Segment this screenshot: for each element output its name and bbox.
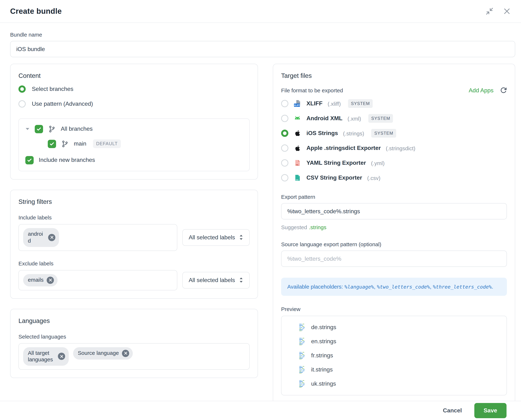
preview-file-row: de.strings <box>299 323 501 332</box>
preview-file-name: fr.strings <box>311 352 333 359</box>
use-pattern-option[interactable]: Use pattern (Advanced) <box>18 100 250 107</box>
remove-tag-icon[interactable] <box>122 350 129 357</box>
left-column: Content Select branches Use pattern (Adv… <box>10 64 258 401</box>
apple-icon <box>294 144 301 152</box>
format-name: XLIFF <box>307 100 323 107</box>
branch-tree: All branches <box>18 118 250 171</box>
add-apps-wrap: Add Apps <box>469 87 507 94</box>
main-branch-checkbox[interactable] <box>48 140 56 148</box>
format-option-android-xml[interactable]: Android XML (.xml) SYSTEM <box>281 113 507 123</box>
system-badge: SYSTEM <box>371 129 396 138</box>
format-option-xliff[interactable]: XLIFF XLIFF (.xliff) SYSTEM <box>281 98 507 109</box>
format-name: CSV String Exporter <box>307 174 362 181</box>
close-icon[interactable] <box>503 7 511 15</box>
strings-file-icon <box>299 338 306 345</box>
stringsdict-radio[interactable] <box>281 144 288 152</box>
exclude-labels-input[interactable]: emails <box>18 270 177 290</box>
save-button[interactable]: Save <box>474 403 506 418</box>
include-labels-row: android All selected labels <box>18 224 250 251</box>
main-branch-row: main DEFAULT <box>25 139 243 149</box>
use-pattern-label: Use pattern (Advanced) <box>32 101 93 107</box>
format-ext: (.yml) <box>371 160 385 166</box>
ios-strings-radio[interactable] <box>281 130 288 137</box>
all-branches-label: All branches <box>61 126 93 132</box>
remove-tag-icon[interactable] <box>48 234 55 241</box>
remove-tag-icon[interactable] <box>47 277 54 284</box>
suggested-strings-link[interactable]: .strings <box>309 224 326 230</box>
format-name: YAML String Exporter <box>307 160 366 166</box>
select-value: All selected labels <box>189 277 235 283</box>
target-files-heading: Target files <box>281 72 507 80</box>
dialog-header: Create bundle <box>0 0 521 23</box>
placeholders-prefix: Available placeholders: <box>287 284 345 290</box>
csv-radio[interactable] <box>281 174 288 181</box>
preview-file-row: en.strings <box>299 337 501 346</box>
create-bundle-dialog: Create bundle Bundle name <box>0 0 521 420</box>
format-option-stringsdict[interactable]: Apple .stringsdict Exporter (.stringsdic… <box>281 143 507 153</box>
include-new-branches-checkbox[interactable] <box>25 156 34 164</box>
chip-text: android <box>28 231 45 244</box>
remove-tag-icon[interactable] <box>58 353 65 360</box>
placeholder-two-letters: %two_letters_code% <box>377 284 430 290</box>
dialog-footer: Cancel Save <box>0 401 521 420</box>
select-branches-radio[interactable] <box>18 85 26 93</box>
exclude-labels-label: Exclude labels <box>18 260 250 266</box>
include-labels-input[interactable]: android <box>18 224 177 251</box>
exclude-labels-row: emails All selected labels <box>18 270 250 290</box>
collapse-icon[interactable] <box>485 7 493 15</box>
svg-text:YML: YML <box>296 164 299 166</box>
preview-file-name: uk.strings <box>311 381 336 387</box>
cancel-button[interactable]: Cancel <box>443 407 462 414</box>
use-pattern-radio[interactable] <box>18 100 26 107</box>
format-ext: (.xliff) <box>328 100 341 107</box>
placeholder-three-letters: %three_letters_code% <box>433 284 492 290</box>
apple-icon <box>294 129 301 137</box>
preview-file-row: it.strings <box>299 366 501 374</box>
preview-file-name: de.strings <box>311 324 336 331</box>
xliff-radio[interactable] <box>281 100 288 107</box>
export-pattern-label: Export pattern <box>281 194 507 200</box>
separator: , <box>430 284 433 290</box>
system-badge: SYSTEM <box>368 114 393 123</box>
include-labels-label: Include labels <box>18 214 250 220</box>
refresh-icon[interactable] <box>500 87 507 94</box>
format-name: iOS Strings <box>307 130 338 136</box>
suggested-label: Suggested <box>281 224 307 230</box>
default-badge: DEFAULT <box>93 139 121 148</box>
preview-file-name: en.strings <box>311 338 336 345</box>
dialog-body: Bundle name Content Select branches <box>0 23 521 401</box>
language-chip-all-target: All target languages <box>23 347 69 366</box>
git-branch-icon <box>61 140 69 148</box>
selected-languages-label: Selected languages <box>18 333 250 339</box>
format-option-csv[interactable]: CSV CSV String Exporter (.csv) <box>281 173 507 183</box>
exclude-labels-mode-select[interactable]: All selected labels <box>182 272 250 288</box>
export-pattern-input[interactable] <box>281 203 507 219</box>
source-pattern-input[interactable] <box>281 251 507 267</box>
svg-text:CSV: CSV <box>296 179 298 181</box>
android-xml-radio[interactable] <box>281 115 288 122</box>
dialog-title: Create bundle <box>10 7 62 15</box>
sort-arrows-icon <box>239 277 243 283</box>
chevron-down-icon[interactable] <box>25 128 30 130</box>
format-option-yaml[interactable]: YML YAML String Exporter (.yml) <box>281 158 507 168</box>
right-column: Target files File format to be exported … <box>273 64 515 401</box>
bundle-name-label: Bundle name <box>10 31 515 38</box>
sort-arrows-icon <box>239 234 243 240</box>
include-labels-mode-select[interactable]: All selected labels <box>182 229 250 246</box>
preview-file-row: fr.strings <box>299 351 501 360</box>
selected-languages-input[interactable]: All target languages Source language <box>18 343 250 370</box>
period: . <box>492 284 493 290</box>
languages-card: Languages Selected languages All target … <box>10 309 258 378</box>
add-apps-link[interactable]: Add Apps <box>469 87 493 94</box>
git-branch-icon <box>48 125 56 133</box>
bundle-name-input[interactable] <box>10 41 515 57</box>
format-ext: (.xml) <box>347 115 361 121</box>
all-branches-checkbox[interactable] <box>35 125 43 133</box>
yaml-radio[interactable] <box>281 159 288 166</box>
format-option-ios-strings[interactable]: iOS Strings (.strings) SYSTEM <box>281 128 507 138</box>
format-name: Apple .stringsdict Exporter <box>307 145 381 151</box>
format-ext: (.stringsdict) <box>386 145 415 151</box>
header-actions <box>485 7 511 15</box>
android-icon <box>294 114 301 122</box>
select-branches-option[interactable]: Select branches <box>18 85 250 93</box>
